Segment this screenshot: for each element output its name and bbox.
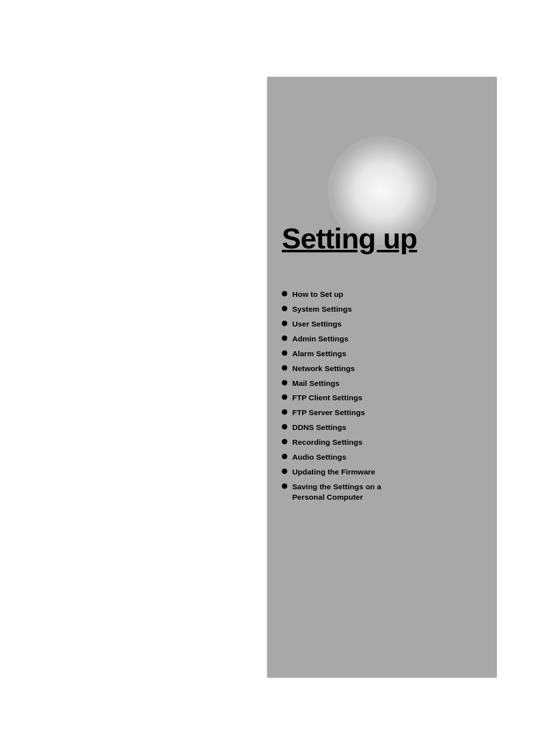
- bullet-icon: [282, 291, 287, 296]
- list-item: Recording Settings: [282, 437, 487, 448]
- list-item: FTP Client Settings: [282, 393, 487, 403]
- menu-list: How to Set up System Settings User Setti…: [282, 289, 487, 507]
- list-item: FTP Server Settings: [282, 408, 487, 418]
- list-item: User Settings: [282, 319, 487, 330]
- page-title: Setting up: [282, 223, 487, 254]
- list-item: System Settings: [282, 304, 487, 315]
- bullet-icon: [282, 306, 287, 311]
- menu-item-line2: Personal Computer: [292, 492, 487, 503]
- bullet-icon: [282, 380, 287, 385]
- menu-item-label: Mail Settings: [292, 378, 487, 389]
- bullet-icon: [282, 335, 287, 341]
- menu-item-label: Admin Settings: [292, 334, 487, 344]
- menu-item-label: FTP Client Settings: [292, 393, 487, 403]
- bullet-icon: [282, 483, 287, 489]
- menu-item-label: Updating the Firmware: [292, 467, 487, 477]
- list-item: How to Set up: [282, 289, 487, 300]
- bullet-icon: [282, 439, 287, 444]
- list-item: Admin Settings: [282, 334, 487, 344]
- menu-item-label: How to Set up: [292, 289, 487, 300]
- menu-item-label: DDNS Settings: [292, 423, 487, 433]
- menu-item-label: Saving the Settings on a Personal Comput…: [292, 482, 487, 503]
- list-item: Network Settings: [282, 364, 487, 374]
- bullet-icon: [282, 409, 287, 415]
- menu-item-label: Alarm Settings: [292, 349, 487, 359]
- bullet-icon: [282, 424, 287, 429]
- menu-item-label: Network Settings: [292, 364, 487, 374]
- menu-item-label: Recording Settings: [292, 437, 487, 448]
- gray-panel: Setting up How to Set up System Settings…: [267, 77, 497, 678]
- bullet-icon: [282, 454, 287, 459]
- bullet-icon: [282, 350, 287, 356]
- title-section: Setting up: [282, 223, 487, 254]
- list-item: Alarm Settings: [282, 349, 487, 359]
- list-item: Saving the Settings on a Personal Comput…: [282, 482, 487, 503]
- bullet-icon: [282, 394, 287, 400]
- menu-item-label: Audio Settings: [292, 452, 487, 463]
- page-container: Setting up How to Set up System Settings…: [0, 0, 534, 756]
- list-item: DDNS Settings: [282, 423, 487, 433]
- menu-item-label: System Settings: [292, 304, 487, 315]
- bullet-icon: [282, 321, 287, 326]
- list-item: Mail Settings: [282, 378, 487, 389]
- menu-item-label: FTP Server Settings: [292, 408, 487, 418]
- menu-item-line1: Saving the Settings on a: [292, 482, 487, 492]
- menu-item-label: User Settings: [292, 319, 487, 330]
- bullet-icon: [282, 469, 287, 474]
- list-item: Updating the Firmware: [282, 467, 487, 477]
- bullet-icon: [282, 365, 287, 371]
- list-item: Audio Settings: [282, 452, 487, 463]
